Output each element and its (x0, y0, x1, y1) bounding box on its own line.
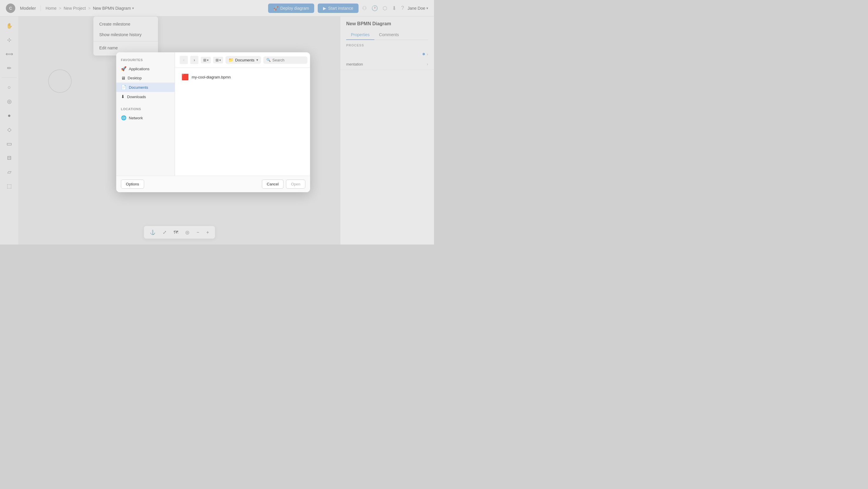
sidebar-item-applications[interactable]: 🚀 Applications (116, 64, 175, 74)
file-dialog-toolbar: ‹ › ⊞ ▾ ⊞ ▾ 📁 Documents ▾ 🔍 (175, 52, 310, 68)
desktop-icon: 🖥 (121, 76, 125, 81)
search-icon: 🔍 (266, 58, 271, 62)
file-item[interactable]: 🟥 my-cool-diagram.bpmn (179, 71, 309, 83)
applications-icon: 🚀 (121, 66, 127, 71)
view-toggle-button[interactable]: ⊞ ▾ (201, 57, 211, 63)
location-text: Documents (235, 58, 255, 62)
sidebar-item-documents[interactable]: 📄 Documents (116, 83, 175, 92)
downloads-icon: ⬇ (121, 94, 125, 99)
location-bar[interactable]: 📁 Documents ▾ (225, 56, 261, 64)
forward-button[interactable]: › (190, 56, 198, 64)
locations-label: Locations (116, 106, 175, 113)
footer-left: Options (121, 179, 144, 189)
file-dialog-footer: Options Cancel Open (116, 176, 310, 192)
file-name: my-cool-diagram.bpmn (192, 75, 231, 79)
file-dialog-sidebar: Favourites 🚀 Applications 🖥 Desktop 📄 Do… (116, 52, 175, 176)
footer-right: Cancel Open (262, 179, 305, 189)
cancel-button[interactable]: Cancel (262, 179, 284, 189)
sidebar-item-downloads[interactable]: ⬇ Downloads (116, 92, 175, 102)
folder-icon: 📁 (228, 58, 234, 62)
sidebar-item-network[interactable]: 🌐 Network (116, 113, 175, 122)
columns-icon: ⊞ (203, 58, 207, 62)
search-bar: 🔍 (264, 56, 307, 64)
view-chevron-icon: ▾ (207, 58, 209, 62)
network-icon: 🌐 (121, 115, 127, 120)
sidebar-item-desktop[interactable]: 🖥 Desktop (116, 74, 175, 83)
back-button[interactable]: ‹ (180, 56, 188, 64)
file-picker-dialog: Favourites 🚀 Applications 🖥 Desktop 📄 Do… (116, 52, 310, 192)
open-button[interactable]: Open (286, 179, 305, 189)
grid-toggle-button[interactable]: ⊞ ▾ (213, 57, 223, 63)
location-chevron-icon: ▾ (256, 58, 258, 62)
bpmn-file-icon: 🟥 (182, 74, 189, 81)
grid-icon: ⊞ (216, 58, 219, 62)
file-list: 🟥 my-cool-diagram.bpmn (175, 68, 310, 176)
documents-icon: 📄 (121, 85, 127, 90)
file-dialog-main: ‹ › ⊞ ▾ ⊞ ▾ 📁 Documents ▾ 🔍 (175, 52, 310, 176)
search-input[interactable] (273, 58, 305, 62)
options-button[interactable]: Options (121, 179, 144, 189)
favourites-label: Favourites (116, 57, 175, 64)
grid-chevron-icon: ▾ (219, 58, 221, 62)
file-dialog-body: Favourites 🚀 Applications 🖥 Desktop 📄 Do… (116, 52, 310, 176)
